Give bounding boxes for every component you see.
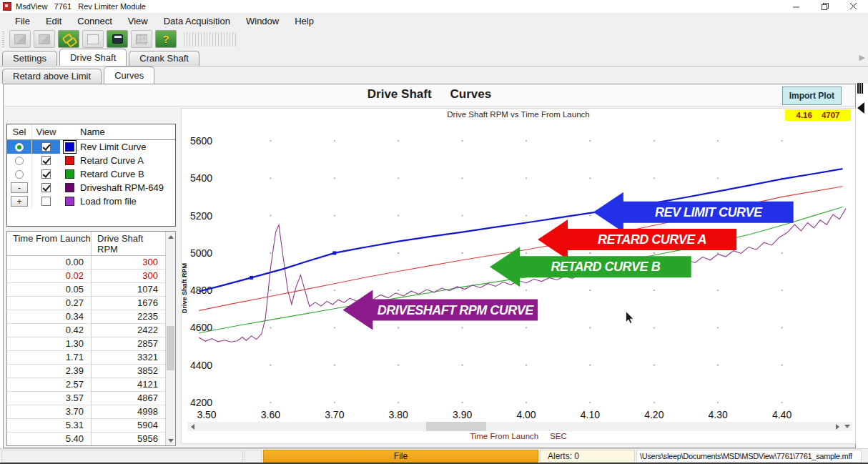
table-row[interactable]: 0.271676 — [7, 297, 165, 310]
rpm-cell[interactable]: 2422 — [92, 324, 165, 337]
table-row[interactable]: 3.574867 — [7, 392, 165, 405]
menu-edit[interactable]: Edit — [38, 14, 69, 28]
scroll-right-icon[interactable] — [832, 422, 842, 431]
rpm-cell[interactable]: 4867 — [92, 392, 165, 405]
scroll-left-icon[interactable] — [187, 422, 197, 431]
curves-chart[interactable]: 42004400460048005000520054005600Drive Sh… — [182, 122, 857, 422]
table-row[interactable]: 2.574121 — [7, 378, 165, 392]
rpm-cell[interactable]: 5956 — [92, 433, 165, 445]
help-button[interactable]: ? — [155, 30, 177, 48]
time-cell[interactable]: 3.57 — [7, 392, 92, 405]
table-row[interactable]: 0.00300 — [7, 256, 165, 270]
menu-help[interactable]: Help — [287, 14, 322, 28]
view-curve-checkbox[interactable] — [41, 197, 51, 206]
collapse-panel-left-icon[interactable] — [857, 102, 864, 114]
time-cell[interactable]: 0.00 — [7, 256, 92, 269]
time-cell[interactable]: 2.39 — [7, 365, 92, 377]
subtab-curves[interactable]: Curves — [104, 66, 154, 84]
curve-color-swatch[interactable] — [65, 183, 74, 192]
rpm-cell[interactable]: 2235 — [92, 310, 165, 323]
remove-curve-button[interactable]: - — [11, 182, 28, 193]
table-row[interactable]: 0.342235 — [7, 310, 165, 324]
rpm-cell[interactable]: 2857 — [92, 337, 165, 350]
time-cell[interactable]: 2.57 — [7, 378, 92, 391]
rpm-cell[interactable]: 300 — [92, 256, 165, 269]
menu-data-acquisition[interactable]: Data Acquisition — [156, 14, 238, 28]
tab-crank-shaft[interactable]: Crank Shaft — [129, 51, 199, 66]
restore-button[interactable] — [811, 0, 839, 13]
toolbar-grip[interactable] — [2, 31, 4, 47]
rpm-cell[interactable]: 300 — [92, 270, 165, 282]
table-row[interactable]: 1.713321 — [7, 351, 165, 365]
import-plot-button[interactable]: Import Plot — [782, 87, 842, 105]
curve-select-radio[interactable] — [15, 170, 24, 179]
rpm-cell[interactable]: 4998 — [92, 405, 165, 418]
table-row[interactable]: 0.02300 — [7, 270, 165, 283]
add-curve-button[interactable]: + — [11, 196, 28, 207]
time-cell[interactable]: 0.05 — [7, 283, 92, 296]
chart-dropdown-icon[interactable] — [842, 422, 852, 431]
tab-scroll-right-icon[interactable]: ▶ — [859, 53, 865, 461]
main-tab-bar: SettingsDrive ShaftCrank Shaft — [0, 49, 868, 66]
menu-window[interactable]: Window — [238, 14, 287, 28]
panel-splitter-handle-icon[interactable] — [857, 83, 864, 94]
table-row[interactable]: 2.393852 — [7, 365, 165, 378]
curve-color-swatch[interactable] — [65, 169, 74, 179]
chart-scrollbar-thumb[interactable] — [426, 422, 486, 431]
rpm-cell[interactable]: 1074 — [92, 283, 165, 296]
curve-color-swatch[interactable] — [65, 197, 74, 206]
time-cell[interactable]: 1.30 — [7, 337, 92, 350]
table-row[interactable]: 0.422422 — [7, 324, 165, 337]
menu-view[interactable]: View — [120, 14, 156, 28]
rpm-cell[interactable]: 3852 — [92, 365, 165, 377]
rpm-cell[interactable]: 5904 — [92, 419, 165, 432]
time-cell[interactable]: 5.40 — [7, 433, 92, 445]
grid-scrollbar[interactable] — [165, 232, 175, 445]
curve-name-label[interactable]: Retard Curve A — [79, 155, 175, 166]
curve-name-label[interactable]: Rev Limit Curve — [79, 142, 175, 152]
curve-name-label[interactable]: Load from file — [79, 196, 175, 207]
subtab-retard-above-limit[interactable]: Retard above Limit — [2, 69, 102, 84]
cursor-y-value: 4707 — [822, 111, 840, 119]
curve-select-radio[interactable] — [15, 143, 24, 152]
table-row[interactable]: 5.405956 — [7, 433, 165, 445]
view-curve-checkbox[interactable] — [41, 142, 51, 152]
menu-connect[interactable]: Connect — [69, 14, 119, 28]
time-cell[interactable]: 1.71 — [7, 351, 92, 364]
table-view-icon — [136, 34, 147, 44]
tab-settings[interactable]: Settings — [2, 51, 57, 66]
connect-button[interactable] — [58, 30, 79, 48]
scroll-up-icon[interactable] — [166, 232, 175, 242]
table-row[interactable]: 0.051074 — [7, 283, 165, 297]
time-cell[interactable]: 0.27 — [7, 297, 92, 310]
menu-bar: FileEditConnectViewData AcquisitionWindo… — [0, 13, 868, 29]
time-cell[interactable]: 3.70 — [7, 405, 92, 418]
chart-h-scrollbar[interactable] — [187, 422, 852, 431]
time-cell[interactable]: 5.31 — [7, 419, 92, 432]
table-row[interactable]: 1.302857 — [7, 337, 165, 351]
minimize-button[interactable] — [782, 0, 811, 13]
table-row[interactable]: 5.315904 — [7, 419, 165, 433]
time-cell[interactable]: 0.02 — [7, 270, 92, 282]
view-curve-checkbox[interactable] — [41, 183, 51, 192]
rpm-cell[interactable]: 1676 — [92, 297, 165, 310]
menu-file[interactable]: File — [7, 14, 38, 28]
grid-scrollbar-thumb[interactable] — [167, 326, 174, 370]
view-curve-checkbox[interactable] — [41, 169, 51, 179]
curve-name-label[interactable]: Retard Curve B — [79, 169, 175, 179]
curve-select-radio[interactable] — [15, 157, 24, 165]
scroll-down-icon[interactable] — [166, 435, 175, 445]
time-cell[interactable]: 0.42 — [7, 324, 92, 337]
new-window-icon — [87, 34, 99, 44]
tab-drive-shaft[interactable]: Drive Shaft — [59, 49, 127, 66]
curve-name-label[interactable]: Driveshaft RPM-649 — [79, 182, 175, 193]
curve-color-swatch[interactable] — [65, 142, 74, 152]
table-row[interactable]: 3.704998 — [7, 405, 165, 419]
rpm-cell[interactable]: 3321 — [92, 351, 165, 364]
time-cell[interactable]: 0.34 — [7, 310, 92, 323]
read-device-button[interactable] — [107, 30, 128, 48]
view-curve-checkbox[interactable] — [41, 156, 51, 165]
rpm-cell[interactable]: 4121 — [92, 378, 165, 391]
curve-color-swatch[interactable] — [65, 156, 74, 165]
close-button[interactable] — [839, 0, 868, 13]
